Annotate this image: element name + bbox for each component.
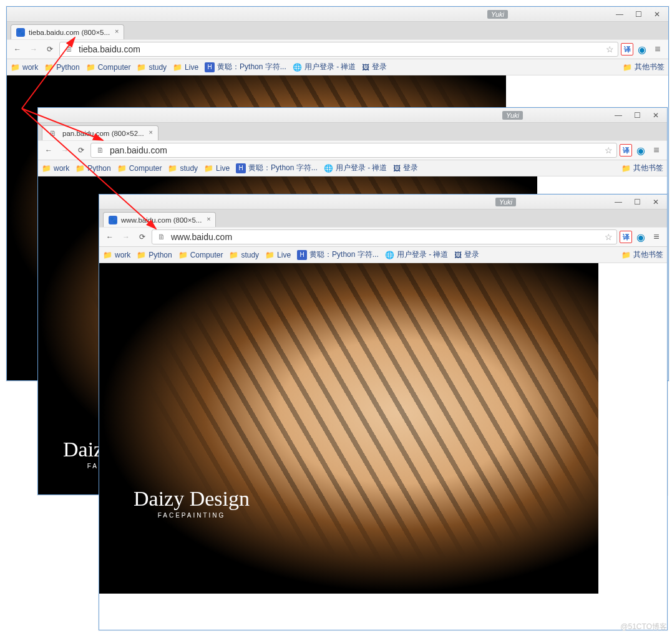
bookmark-folder-python[interactable]: Python [75, 164, 110, 173]
menu-button[interactable]: ≡ [651, 44, 665, 55]
maximize-button[interactable]: ☐ [630, 9, 647, 20]
site-info-icon[interactable] [156, 231, 167, 243]
bookmark-link-huangcong[interactable]: H黄聪：Python 字符... [297, 249, 379, 260]
bookmark-link-login[interactable]: 登录 [362, 62, 387, 72]
translate-extension-icon[interactable]: 译 [621, 43, 633, 55]
tab-strip: www.baidu.com (800×5... × [99, 210, 667, 227]
bookmark-folder-work[interactable]: work [42, 164, 69, 173]
menu-button[interactable]: ≡ [650, 231, 663, 243]
browser-extension-icon[interactable]: ◉ [636, 43, 648, 55]
window-badge: Yuki [487, 10, 508, 19]
folder-icon [75, 164, 85, 173]
address-bar[interactable]: tieba.baidu.com ☆ [59, 42, 618, 57]
bookmark-folder-live[interactable]: Live [173, 63, 198, 72]
bookmark-bar: work Python Computer study Live H黄聪：Pyth… [99, 247, 667, 263]
bookmark-folder-python[interactable]: Python [137, 251, 172, 259]
folder-icon [117, 164, 127, 173]
photo-brand-main: Daizy Design [134, 488, 250, 509]
tab-strip: tieba.baidu.com (800×5... × [7, 22, 668, 39]
bookmark-link-zentao[interactable]: 用户登录 - 禅道 [324, 163, 387, 173]
address-bar[interactable]: pan.baidu.com ☆ [90, 143, 617, 158]
site-icon: H [236, 163, 246, 173]
bookmark-link-login[interactable]: 登录 [454, 249, 479, 260]
bookmark-link-zentao[interactable]: 用户登录 - 禅道 [293, 62, 356, 72]
maximize-button[interactable]: ☐ [628, 110, 646, 121]
back-button[interactable]: ← [11, 42, 24, 56]
minimize-button[interactable]: — [610, 110, 627, 121]
folder-icon [11, 63, 20, 72]
bookmark-other[interactable]: 其他书签 [621, 249, 663, 260]
bookmark-other[interactable]: 其他书签 [623, 62, 665, 72]
close-button[interactable]: ✕ [648, 9, 666, 20]
translate-extension-icon[interactable]: 译 [620, 231, 632, 243]
bookmark-link-huangcong[interactable]: H黄聪：Python 字符... [236, 163, 318, 173]
toolbar: ← → ⟳ pan.baidu.com ☆ 译 ◉ ≡ [38, 140, 667, 160]
reload-button[interactable]: ⟳ [135, 230, 149, 244]
browser-tab[interactable]: pan.baidu.com (800×52... × [42, 125, 158, 140]
forward-button[interactable]: → [119, 230, 133, 244]
minimize-button[interactable]: — [610, 196, 627, 208]
url-text: pan.baidu.com [110, 145, 167, 155]
close-button[interactable]: ✕ [647, 196, 665, 208]
browser-tab[interactable]: tieba.baidu.com (800×5... × [11, 24, 124, 39]
reload-button[interactable]: ⟳ [43, 42, 57, 56]
bookmark-folder-live[interactable]: Live [265, 251, 291, 259]
browser-tab[interactable]: www.baidu.com (800×5... × [103, 212, 216, 227]
bookmark-folder-computer[interactable]: Computer [86, 63, 131, 72]
image-view: Daizy Design FACEPAINTING [99, 263, 598, 594]
pic-icon [362, 63, 369, 72]
bookmark-bar: work Python Computer study Live H黄聪：Pyth… [7, 59, 668, 75]
bookmark-folder-study[interactable]: study [229, 251, 259, 259]
folder-icon [173, 63, 182, 72]
globe-icon [324, 164, 333, 173]
bookmark-folder-live[interactable]: Live [204, 164, 230, 173]
bookmark-link-login[interactable]: 登录 [393, 163, 418, 173]
folder-icon [229, 251, 238, 259]
bookmark-folder-work[interactable]: work [103, 251, 130, 259]
reload-button[interactable]: ⟳ [74, 143, 88, 157]
bookmark-link-zentao[interactable]: 用户登录 - 禅道 [385, 249, 449, 260]
browser-extension-icon[interactable]: ◉ [635, 231, 647, 243]
menu-button[interactable]: ≡ [650, 145, 663, 156]
bookmark-star-icon[interactable]: ☆ [606, 44, 614, 54]
back-button[interactable]: ← [42, 143, 56, 157]
folder-icon [86, 63, 95, 72]
folder-icon [204, 164, 213, 173]
globe-icon [293, 63, 302, 72]
photo-brand-sub: FACEPAINTING [134, 512, 250, 519]
tab-close-button[interactable]: × [112, 27, 121, 36]
maximize-button[interactable]: ☐ [628, 196, 646, 208]
folder-icon [621, 164, 631, 173]
folder-icon [137, 251, 146, 259]
bookmark-other[interactable]: 其他书签 [621, 163, 663, 173]
bookmark-folder-study[interactable]: study [168, 164, 198, 173]
forward-button[interactable]: → [58, 143, 72, 157]
minimize-button[interactable]: — [611, 9, 628, 20]
bookmark-folder-computer[interactable]: Computer [117, 164, 162, 173]
titlebar: Yuki — ☐ ✕ [38, 108, 667, 123]
translate-extension-icon[interactable]: 译 [620, 144, 632, 157]
tab-strip: pan.baidu.com (800×52... × [38, 123, 667, 140]
toolbar: ← → ⟳ www.baidu.com ☆ 译 ◉ ≡ [99, 227, 667, 247]
titlebar: Yuki — ☐ ✕ [7, 7, 668, 22]
site-info-icon[interactable] [64, 44, 75, 55]
bookmark-folder-study[interactable]: study [137, 63, 167, 72]
tab-close-button[interactable]: × [204, 215, 213, 224]
tab-title: tieba.baidu.com (800×5... [29, 29, 110, 36]
window-badge: Yuki [495, 198, 516, 206]
bookmark-bar: work Python Computer study Live H黄聪：Pyth… [38, 160, 667, 176]
bookmark-folder-python[interactable]: Python [44, 63, 79, 72]
address-bar[interactable]: www.baidu.com ☆ [152, 229, 617, 244]
browser-extension-icon[interactable]: ◉ [635, 144, 647, 157]
bookmark-folder-work[interactable]: work [11, 63, 38, 72]
favicon-icon [47, 128, 59, 139]
back-button[interactable]: ← [103, 230, 117, 244]
bookmark-star-icon[interactable]: ☆ [605, 232, 613, 242]
close-button[interactable]: ✕ [647, 110, 665, 121]
tab-close-button[interactable]: × [147, 128, 155, 137]
site-info-icon[interactable] [95, 145, 106, 156]
bookmark-link-huangcong[interactable]: H黄聪：Python 字符... [205, 62, 286, 72]
forward-button[interactable]: → [27, 42, 41, 56]
bookmark-folder-computer[interactable]: Computer [178, 251, 223, 259]
bookmark-star-icon[interactable]: ☆ [605, 145, 613, 155]
